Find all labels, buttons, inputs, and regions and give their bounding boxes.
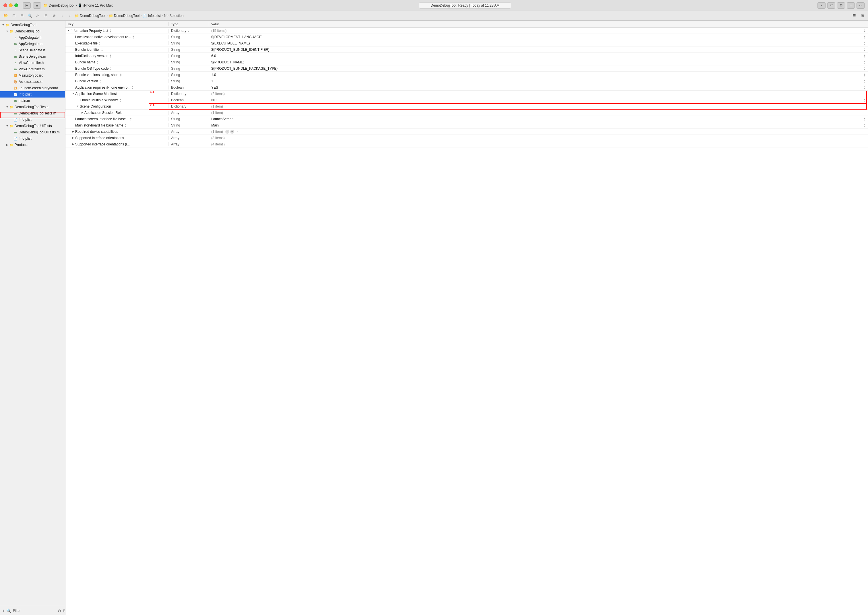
plist-row[interactable]: ▼Scene ConfigurationDictionary(1 item) [66, 103, 868, 109]
row-stepper[interactable]: ▲▼ [109, 29, 111, 33]
row-stepper[interactable]: ▲▼ [132, 35, 135, 39]
value-stepper[interactable]: ▲▼ [864, 48, 866, 52]
close-button[interactable] [3, 3, 7, 7]
add-button[interactable]: + [818, 2, 826, 9]
expand-icon[interactable]: ▶ [71, 136, 75, 140]
sidebar-item-s16[interactable]: 📄Info.plist [0, 117, 65, 123]
row-stepper[interactable]: ▲▼ [110, 67, 112, 70]
source-control-footer-button[interactable]: ⊡ [63, 608, 66, 613]
sidebar-item-s18[interactable]: mDemoDebugToolUITests.m [0, 129, 65, 136]
sidebar-item-s12[interactable]: 📄Info.plist [0, 91, 65, 98]
sidebar-item-s19[interactable]: 📄Info.plist [0, 136, 65, 142]
breadcrumb-item-3[interactable]: 📄 Info.plist [143, 14, 161, 18]
filter-button[interactable]: ⊞ [42, 12, 49, 19]
row-stepper[interactable]: ▲▼ [119, 98, 121, 102]
navigator-toggle[interactable]: 📂 [2, 12, 9, 19]
type-dropdown-icon[interactable]: ⌄ [188, 29, 190, 32]
breadcrumb-item-2[interactable]: 📁 DemoDebugTool [109, 14, 139, 18]
warning-button[interactable]: ⚠ [34, 12, 41, 19]
sidebar-item-s2[interactable]: ▼📁DemoDebugTool [0, 28, 65, 34]
git-button[interactable]: ⊗ [50, 12, 58, 19]
back-forward-button[interactable]: ⇄ [827, 2, 835, 9]
minimize-button[interactable] [9, 3, 13, 7]
plist-row[interactable]: Main storyboard file base name▲▼StringMa… [66, 122, 868, 128]
run-button[interactable]: ▶ [23, 2, 31, 9]
row-stepper[interactable]: ▲▼ [131, 86, 133, 89]
sidebar-item-s13[interactable]: mmain.m [0, 98, 65, 104]
plist-row[interactable]: InfoDictionary version▲▼String6.0▲▼ [66, 53, 868, 59]
sidebar-item-s17[interactable]: ▼📁DemoDebugToolUITests [0, 123, 65, 129]
sidebar-item-s9[interactable]: 🖼Main.storyboard [0, 72, 65, 79]
minus-icon[interactable]: − [225, 130, 229, 134]
plist-row[interactable]: Application requires iPhone enviro...▲▼B… [66, 84, 868, 91]
plist-row[interactable]: ▼Information Property List▲▼Dictionary⌄(… [66, 28, 868, 34]
sidebar-item-s3[interactable]: hAppDelegate.h [0, 34, 65, 41]
tree-expand-icon[interactable]: ▶ [5, 143, 9, 147]
nav-back[interactable]: ‹ [59, 12, 66, 19]
value-stepper[interactable]: ▲▼ [864, 29, 866, 33]
sidebar-item-s7[interactable]: hViewController.h [0, 60, 65, 66]
row-stepper[interactable]: ▲▼ [101, 48, 103, 52]
sidebar-item-s6[interactable]: mSceneDelegate.m [0, 53, 65, 60]
sidebar-item-s4[interactable]: mAppDelegate.m [0, 41, 65, 47]
plist-row[interactable]: ▼Application Scene ManifestDictionary(2 … [66, 91, 868, 97]
expand-icon[interactable]: ▼ [76, 105, 80, 108]
tree-expand-icon[interactable]: ▼ [5, 105, 9, 109]
plist-row[interactable]: Localization native development re...▲▼S… [66, 34, 868, 40]
plist-row[interactable]: Bundle name▲▼String${PRODUCT_NAME}▲▼ [66, 59, 868, 66]
sidebar-item-s20[interactable]: ▶📁Products [0, 142, 65, 148]
filter-input[interactable] [13, 609, 56, 613]
maximize-button[interactable] [14, 3, 18, 7]
project-selector[interactable]: 📁 DemoDebugTool › 📱 iPhone 11 Pro Max [43, 3, 113, 8]
sidebar-item-s14[interactable]: ▼📁DemoDebugToolTests [0, 104, 65, 110]
expand-icon[interactable]: ▶ [71, 130, 75, 134]
expand-icon[interactable]: ▶ [71, 142, 75, 146]
expand-icon[interactable]: ▼ [67, 29, 70, 33]
plist-row[interactable]: ▶Supported interface orientationsArray(3… [66, 135, 868, 141]
sidebar-item-s8[interactable]: mViewController.m [0, 66, 65, 72]
sidebar-item-s11[interactable]: 🖼LaunchScreen.storyboard [0, 85, 65, 91]
plist-row[interactable]: Bundle version▲▼String1▲▼ [66, 78, 868, 84]
stop-button[interactable]: ■ [33, 2, 41, 9]
value-stepper[interactable]: ▲▼ [864, 60, 866, 64]
sidebar-item-s10[interactable]: 🎨Assets.xcassets [0, 79, 65, 85]
nav-forward[interactable]: › [67, 12, 74, 19]
row-stepper[interactable]: ▲▼ [120, 73, 122, 77]
tree-expand-icon[interactable]: ▼ [1, 23, 5, 27]
value-stepper[interactable]: ▲▼ [864, 117, 866, 121]
expand-icon[interactable]: ▼ [71, 92, 75, 96]
arrow-icon[interactable]: → [235, 130, 239, 134]
plist-row[interactable]: ▶Supported interface orientations (i...A… [66, 141, 868, 147]
plist-row[interactable]: Bundle versions string, short▲▼String1.0… [66, 72, 868, 78]
plus-icon[interactable]: + [230, 130, 234, 134]
plist-row[interactable]: Bundle identifier▲▼String${PRODUCT_BUNDL… [66, 47, 868, 53]
row-stepper[interactable]: ▲▼ [99, 79, 101, 83]
row-stepper[interactable]: ▲▼ [97, 60, 99, 64]
value-stepper[interactable]: ▲▼ [864, 35, 866, 39]
value-stepper[interactable]: ▲▼ [864, 123, 866, 127]
value-stepper[interactable]: ▲▼ [864, 54, 866, 58]
plist-row[interactable]: Bundle OS Type code▲▼String${PRODUCT_BUN… [66, 66, 868, 72]
inspector-button[interactable]: ▭ [857, 2, 865, 9]
editor-split-button[interactable]: ⊡ [837, 2, 845, 9]
plist-row[interactable]: Enable Multiple Windows▲▼BooleanNO▲▼ [66, 97, 868, 103]
sidebar-item-s1[interactable]: ▼📁DemoDebugTool [0, 22, 65, 28]
plist-row[interactable]: ▶Required device capabilitiesArray(1 ite… [66, 128, 868, 135]
value-stepper[interactable]: ▲▼ [864, 41, 866, 45]
value-stepper[interactable]: ▲▼ [864, 73, 866, 77]
value-stepper[interactable]: ▲▼ [864, 79, 866, 83]
search-button[interactable]: 🔍 [27, 12, 33, 19]
sidebar-item-s5[interactable]: hSceneDelegate.h [0, 47, 65, 53]
filter-footer-button[interactable]: 🔍 [6, 608, 11, 613]
plist-row[interactable]: ▶Application Session RoleArray(1 item) [66, 109, 868, 116]
tree-expand-icon[interactable]: ▼ [5, 29, 9, 33]
value-stepper[interactable]: ▲▼ [864, 86, 866, 89]
value-stepper[interactable]: ▲▼ [864, 67, 866, 70]
value-stepper[interactable]: ▲▼ [864, 98, 866, 102]
row-stepper[interactable]: ▲▼ [124, 123, 126, 127]
expand-icon[interactable]: ▶ [80, 111, 84, 115]
plist-row[interactable]: Executable file▲▼String${EXECUTABLE_NAME… [66, 40, 868, 47]
breadcrumb-item-1[interactable]: 📁 DemoDebugTool [75, 14, 105, 18]
recent-changes-button[interactable]: ⊙ [58, 608, 61, 613]
row-stepper[interactable]: ▲▼ [130, 117, 132, 121]
